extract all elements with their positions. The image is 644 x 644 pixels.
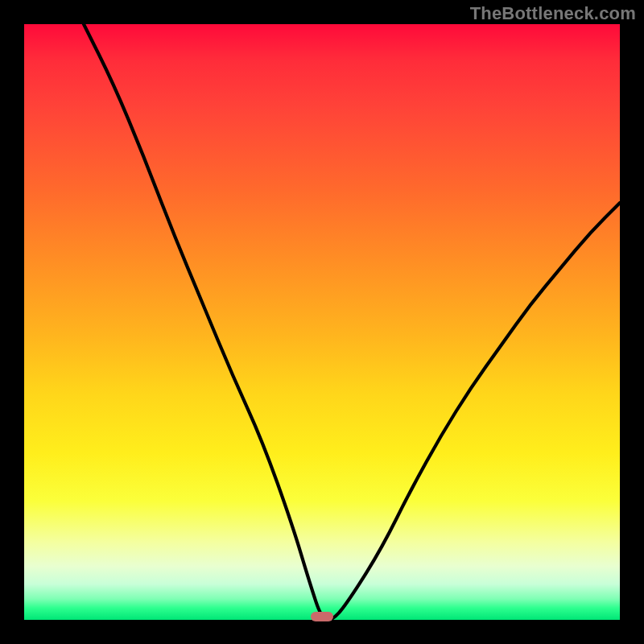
bottleneck-curve <box>84 24 620 620</box>
curve-layer <box>24 24 620 620</box>
plot-area <box>24 24 620 620</box>
minimum-marker <box>311 612 333 621</box>
chart-frame: TheBottleneck.com <box>0 0 644 644</box>
watermark-text: TheBottleneck.com <box>470 3 636 24</box>
